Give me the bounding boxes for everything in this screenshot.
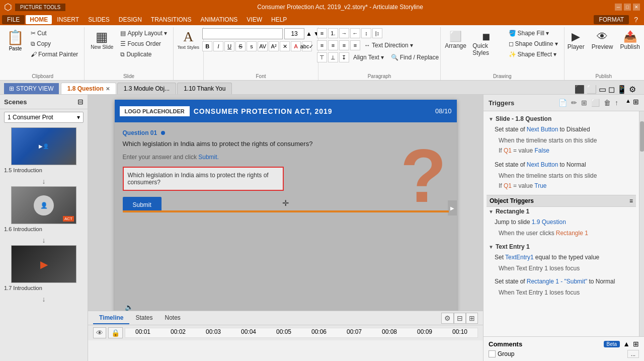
find-replace-button[interactable]: 🔍 Find / Replace <box>388 52 442 62</box>
quick-styles-button[interactable]: ◼ Quick Styles <box>469 28 503 59</box>
copy-button[interactable]: ⧉ Copy <box>28 39 81 49</box>
align-middle-button[interactable]: ⊥ <box>328 52 338 62</box>
align-bottom-button[interactable]: ↧ <box>339 52 349 62</box>
format-menu[interactable]: FORMAT <box>594 15 629 24</box>
strikethrough-button[interactable]: S <box>235 41 246 51</box>
text-entry-1-collapse[interactable]: ▼ <box>489 244 494 250</box>
superscript-button[interactable]: A² <box>269 41 279 51</box>
spellcheck-button[interactable]: abc✓ <box>302 41 312 51</box>
align-center-button[interactable]: ≡ <box>328 40 338 50</box>
format-painter-button[interactable]: 🖌 Format Painter <box>28 49 81 59</box>
comments-expand-icon[interactable]: ⊞ <box>633 340 639 348</box>
numbered-list-button[interactable]: 1. <box>328 28 338 38</box>
design-menu[interactable]: DESIGN <box>115 15 146 24</box>
scene-item-3[interactable]: ▶ 1.7 Introduction <box>0 245 88 291</box>
justify-button[interactable]: ≡ <box>350 40 360 50</box>
outdent-button[interactable]: ← <box>350 28 360 38</box>
view-icon-4[interactable]: ◻ <box>608 85 615 94</box>
scene-item-2[interactable]: 👤 ACT 1.6 Introduction <box>0 186 88 232</box>
focus-order-button[interactable]: ☰ Focus Order <box>117 39 170 49</box>
timeline-zoom-button[interactable]: ⊟ <box>454 313 466 324</box>
indent-button[interactable]: → <box>339 28 349 38</box>
trigger-copy-icon[interactable]: ⊞ <box>580 98 588 108</box>
states-tab[interactable]: States <box>129 312 158 324</box>
player-button[interactable]: ▶ Player <box>565 28 588 52</box>
group-options-button[interactable]: ... <box>627 350 639 358</box>
story-view-tab[interactable]: ⊞ STORY VIEW <box>4 83 59 94</box>
object-triggers-menu-icon[interactable]: ≡ <box>629 197 633 204</box>
trigger-move-up-icon[interactable]: ↑ <box>614 98 619 108</box>
paste-button[interactable]: 📋 Paste <box>4 28 27 52</box>
trigger-paste-icon[interactable]: ⬜ <box>590 98 601 108</box>
text-entry-box[interactable]: Which legislation in India aims to prote… <box>123 167 284 191</box>
insert-menu[interactable]: INSERT <box>53 15 83 24</box>
underline-button[interactable]: U <box>224 41 234 51</box>
char-spacing-button[interactable]: AV <box>258 41 268 51</box>
animations-menu[interactable]: ANIMATIONS <box>197 15 242 24</box>
tab-1-3-module[interactable]: 1.3 Module Obj... <box>117 83 176 94</box>
slides-menu[interactable]: SLIDES <box>84 15 114 24</box>
cut-button[interactable]: ✂ Cut <box>28 28 81 38</box>
triggers-expand-icon[interactable]: ⊞ <box>633 98 639 108</box>
preview-button[interactable]: 👁 Preview <box>589 28 616 52</box>
tab-1-8-question[interactable]: 1.8 Question ✕ <box>61 83 116 94</box>
te-target1-link[interactable]: TextEntry1 <box>505 254 534 261</box>
canvas-nav-right-button[interactable]: ▶ <box>448 200 457 215</box>
trigger-delete-icon[interactable]: 🗑 <box>603 98 612 108</box>
shadow-button[interactable]: s <box>247 41 257 51</box>
triggers-scrollbar[interactable] <box>639 111 644 336</box>
rect-target-link[interactable]: 1.9 Question <box>532 219 566 226</box>
minimize-button[interactable]: ─ <box>615 4 622 11</box>
align-top-button[interactable]: ⊤ <box>317 52 327 62</box>
bullet-list-button[interactable]: ≡ <box>317 28 327 38</box>
timeline-expand-button[interactable]: ⊞ <box>466 313 478 324</box>
scenes-dropdown[interactable]: 1 Consumer Prot ▾ <box>4 112 84 123</box>
trigger-edit-icon[interactable]: ✏ <box>570 98 578 108</box>
te-target2-link[interactable]: Rectangle 1 - "Submit" <box>527 278 588 285</box>
shape-fill-button[interactable]: 🪣 Shape Fill ▾ <box>506 28 561 38</box>
font-color-button[interactable]: A <box>291 41 301 51</box>
clear-format-button[interactable]: ✕ <box>280 41 290 51</box>
column-break-button[interactable]: |↕ <box>372 28 382 38</box>
canvas-scroll[interactable]: ◀ LOGO PLACEHOLDER CONSUMER PROTECTION A… <box>88 95 483 311</box>
triggers-collapse-icon[interactable]: ▲ <box>625 98 631 108</box>
lock-button[interactable]: 🔒 <box>108 327 123 338</box>
line-spacing-button[interactable]: ↕ <box>361 28 371 38</box>
apply-layout-button[interactable]: ▤ Apply Layout ▾ <box>117 28 170 38</box>
help-menu[interactable]: HELP <box>267 15 291 24</box>
comments-collapse-icon[interactable]: ▲ <box>623 340 630 348</box>
settings-icon[interactable]: ⚙ <box>629 85 636 94</box>
shape-effect-button[interactable]: ✨ Shape Effect ▾ <box>506 49 561 59</box>
view-icon-3[interactable]: ▭ <box>599 85 606 94</box>
scene-item-1[interactable]: ▶👤 1.5 Introduction <box>0 127 88 173</box>
arrange-button[interactable]: ⬜ Arrange <box>444 28 467 59</box>
rectangle-1-collapse[interactable]: ▼ <box>489 209 494 214</box>
align-left-button[interactable]: ≡ <box>317 40 327 50</box>
file-menu[interactable]: FILE <box>2 15 25 24</box>
font-size-up-button[interactable]: ▲ <box>306 30 312 37</box>
align-right-button[interactable]: ≡ <box>339 40 349 50</box>
timeline-tab[interactable]: Timeline <box>93 312 129 324</box>
playhead-button[interactable]: 👁 <box>93 327 106 338</box>
font-size-input[interactable]: 13 <box>284 28 304 39</box>
new-slide-button[interactable]: ▦ New Slide <box>88 28 116 52</box>
submit-link[interactable]: Submit. <box>198 154 219 161</box>
tab-1-8-close[interactable]: ✕ <box>106 86 110 92</box>
transitions-menu[interactable]: TRANSITIONS <box>147 15 196 24</box>
bold-button[interactable]: B <box>202 41 212 51</box>
duplicate-button[interactable]: ⧉ Duplicate <box>117 49 170 59</box>
view-icon-5[interactable]: 📱 <box>617 85 627 94</box>
trigger-1-target-link[interactable]: Next Button <box>527 126 558 133</box>
group-checkbox-input[interactable] <box>489 350 496 357</box>
timeline-settings-button[interactable]: ⚙ <box>441 313 454 324</box>
help-icon[interactable]: ? <box>630 16 642 24</box>
close-button[interactable]: ✕ <box>633 4 640 11</box>
home-menu[interactable]: HOME <box>26 15 52 24</box>
notes-tab[interactable]: Notes <box>159 312 187 324</box>
tab-1-10-thankyou[interactable]: 1.10 Thank You <box>177 83 232 94</box>
publish-button[interactable]: 📤 Publish <box>617 28 642 52</box>
align-text-button[interactable]: Align Text ▾ <box>350 52 387 62</box>
italic-button[interactable]: I <box>213 41 223 51</box>
volume-icon[interactable]: 🔈 <box>125 303 133 311</box>
scenes-minimize-button[interactable]: ⊟ <box>77 98 84 106</box>
